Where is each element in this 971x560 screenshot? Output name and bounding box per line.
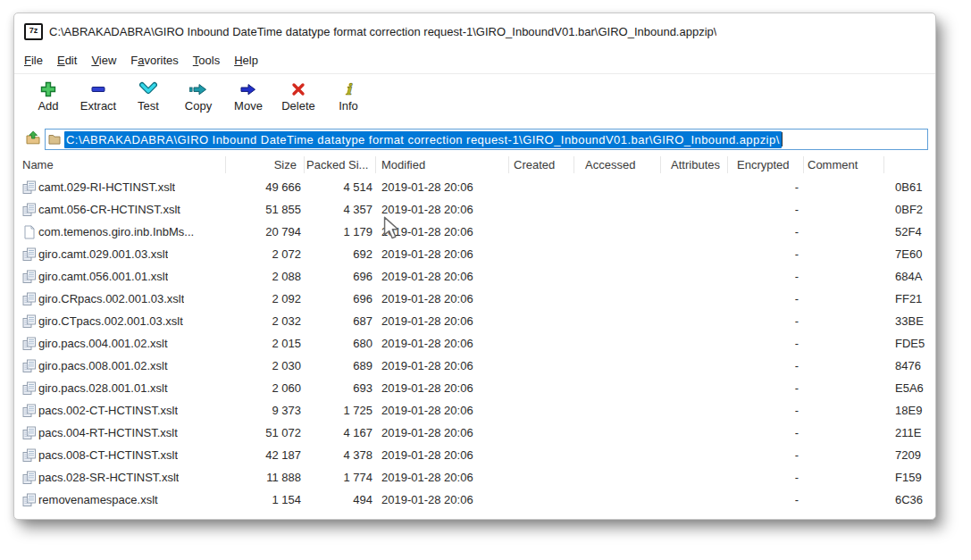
toolbar-button-label: Move [234, 99, 263, 113]
file-size-cell: 1 154 [226, 489, 305, 511]
file-comment-cell [804, 399, 884, 422]
file-crc-cell: 18E9 [884, 399, 936, 422]
column-header-attributes[interactable]: Attributes [661, 156, 728, 173]
column-header-packed[interactable]: Packed Si... [305, 156, 376, 173]
title-bar: 7z C:\ABRAKADABRA\GIRO Inbound DateTime … [14, 13, 935, 49]
file-size-cell: 9 373 [226, 399, 305, 422]
up-folder-icon [25, 130, 41, 148]
column-header-size[interactable]: Size [226, 156, 305, 173]
file-name-text: giro.pacs.008.001.02.xslt [38, 355, 168, 377]
file-crc-cell: 684A [884, 265, 936, 288]
info-button[interactable]: iInfo [323, 79, 373, 113]
file-encrypted-cell: - [728, 243, 804, 265]
file-name-cell: giro.CRpacs.002.001.03.xslt [22, 288, 226, 310]
column-header-encrypted[interactable]: Encrypted [728, 156, 804, 173]
file-accessed-cell [574, 310, 661, 332]
file-row[interactable]: pacs.004-RT-HCTINST.xslt51 0724 1672019-… [22, 422, 935, 444]
column-header-comment[interactable]: Comment [804, 156, 884, 173]
file-modified-cell: 2019-01-28 20:06 [376, 310, 509, 332]
menu-item-view[interactable]: View [84, 54, 123, 69]
xslt-file-icon [22, 337, 38, 351]
file-encrypted-cell: - [728, 422, 804, 444]
column-header-created[interactable]: Created [509, 156, 574, 173]
file-encrypted-cell: - [728, 310, 804, 332]
column-header-crc[interactable] [884, 156, 936, 173]
move-arrow-icon [239, 79, 258, 99]
move-button[interactable]: Move [223, 79, 273, 113]
xslt-file-icon [22, 426, 38, 440]
file-comment-cell [804, 310, 884, 332]
file-crc-cell: 7209 [884, 444, 936, 466]
test-button[interactable]: Test [123, 79, 173, 113]
file-name-text: giro.camt.029.001.03.xslt [38, 243, 168, 265]
file-crc-cell: F159 [884, 466, 936, 489]
file-row[interactable]: pacs.008-CT-HCTINST.xslt42 1874 3782019-… [22, 444, 935, 466]
file-row[interactable]: camt.029-RI-HCTINST.xslt49 6664 5142019-… [22, 176, 935, 198]
test-chevron-icon [139, 79, 157, 99]
file-accessed-cell [574, 422, 661, 444]
file-attributes-cell [661, 310, 728, 332]
file-row[interactable]: com.temenos.giro.inb.InbMs...20 7941 179… [22, 221, 935, 243]
file-row[interactable]: giro.CRpacs.002.001.03.xslt2 0926962019-… [22, 288, 935, 310]
toolbar-button-label: Extract [80, 99, 116, 113]
menu-item-help[interactable]: Help [227, 54, 265, 69]
file-name-text: pacs.008-CT-HCTINST.xslt [38, 444, 178, 466]
add-button[interactable]: Add [23, 79, 73, 113]
file-attributes-cell [661, 265, 728, 288]
file-modified-cell: 2019-01-28 20:06 [376, 377, 509, 399]
file-packed-cell: 687 [305, 310, 376, 332]
menu-item-tools[interactable]: Tools [186, 54, 227, 69]
file-row[interactable]: giro.pacs.008.001.02.xslt2 0306892019-01… [22, 355, 935, 377]
file-name-text: camt.056-CR-HCTINST.xslt [38, 198, 180, 221]
file-accessed-cell [574, 243, 661, 265]
file-encrypted-cell: - [728, 399, 804, 422]
file-row[interactable]: removenamespace.xslt1 1544942019-01-28 2… [22, 489, 935, 511]
copy-button[interactable]: Copy [173, 79, 223, 113]
file-created-cell [509, 399, 574, 422]
file-row[interactable]: giro.pacs.004.001.02.xslt2 0156802019-01… [22, 332, 935, 355]
file-modified-cell: 2019-01-28 20:06 [376, 466, 509, 489]
address-path-input[interactable]: C:\ABRAKADABRA\GIRO Inbound DateTime dat… [45, 129, 928, 150]
file-row[interactable]: camt.056-CR-HCTINST.xslt51 8554 3572019-… [22, 198, 935, 221]
menu-item-edit[interactable]: Edit [50, 54, 84, 69]
file-crc-cell: E5A6 [884, 377, 936, 399]
seven-zip-window: 7z C:\ABRAKADABRA\GIRO Inbound DateTime … [13, 13, 936, 520]
file-accessed-cell [574, 444, 661, 466]
file-comment-cell [804, 355, 884, 377]
file-crc-cell: 52F4 [884, 221, 936, 243]
address-path-text: C:\ABRAKADABRA\GIRO Inbound DateTime dat… [64, 131, 782, 148]
file-row[interactable]: giro.pacs.028.001.01.xslt2 0606932019-01… [22, 377, 935, 399]
menu-item-favorites[interactable]: Favorites [123, 54, 185, 69]
extract-button[interactable]: Extract [73, 79, 123, 113]
file-name-cell: giro.pacs.004.001.02.xslt [22, 332, 226, 355]
file-row[interactable]: giro.CTpacs.002.001.03.xslt2 0326872019-… [22, 310, 935, 332]
file-size-cell: 51 855 [226, 198, 305, 221]
delete-button[interactable]: Delete [273, 79, 323, 113]
file-accessed-cell [574, 332, 661, 355]
file-created-cell [509, 176, 574, 198]
file-row[interactable]: pacs.028-SR-HCTINST.xslt11 8881 7742019-… [22, 466, 935, 489]
file-modified-cell: 2019-01-28 20:06 [376, 355, 509, 377]
file-row[interactable]: giro.camt.029.001.03.xslt2 0726922019-01… [22, 243, 935, 265]
toolbar: AddExtractTestCopyMoveDeleteiInfo [14, 74, 935, 125]
file-row[interactable]: pacs.002-CT-HCTINST.xslt9 3731 7252019-0… [22, 399, 935, 422]
file-attributes-cell [661, 198, 728, 221]
file-size-cell: 2 015 [226, 332, 305, 355]
menu-item-file[interactable]: File [24, 54, 50, 69]
file-attributes-cell [661, 489, 728, 511]
file-size-cell: 20 794 [226, 221, 305, 243]
file-attributes-cell [661, 355, 728, 377]
file-crc-cell: 33BE [884, 310, 936, 332]
file-attributes-cell [661, 243, 728, 265]
column-header-modified[interactable]: Modified [376, 156, 509, 173]
file-row[interactable]: giro.camt.056.001.01.xslt2 0886962019-01… [22, 265, 935, 288]
up-one-level-button[interactable] [21, 129, 45, 150]
file-encrypted-cell: - [728, 444, 804, 466]
xslt-file-icon [22, 314, 38, 329]
column-header-name[interactable]: Name [22, 156, 226, 173]
file-comment-cell [804, 444, 884, 466]
file-name-cell: giro.pacs.028.001.01.xslt [22, 377, 226, 399]
file-accessed-cell [574, 265, 661, 288]
column-header-accessed[interactable]: Accessed [574, 156, 661, 173]
file-packed-cell: 4 167 [305, 422, 376, 444]
